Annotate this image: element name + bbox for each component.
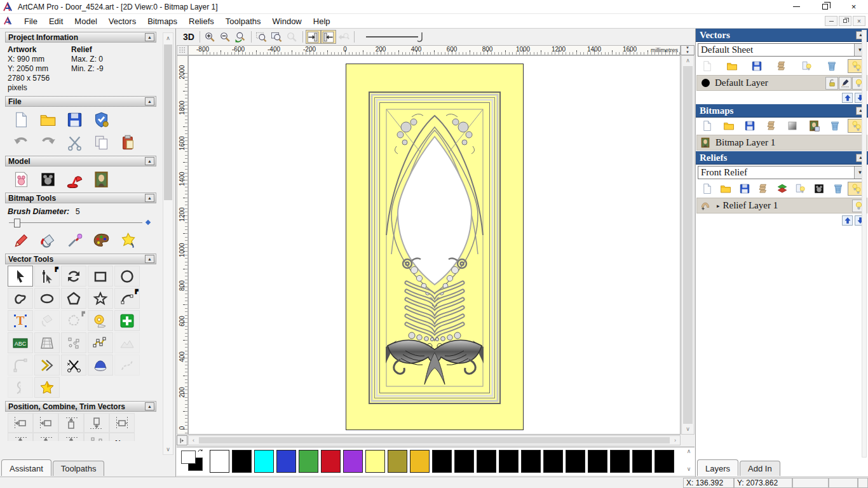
- magg-icon[interactable]: [285, 30, 300, 44]
- color-swatch[interactable]: [210, 450, 229, 473]
- bound-tool[interactable]: ▛: [61, 310, 86, 331]
- teddyneg-icon[interactable]: [810, 182, 828, 196]
- color-swatch[interactable]: [543, 450, 563, 473]
- menu-reliefs[interactable]: Reliefs: [183, 15, 220, 28]
- magr-icon[interactable]: [254, 30, 269, 44]
- shield-icon[interactable]: [88, 109, 114, 130]
- trash-icon[interactable]: [823, 59, 841, 73]
- assistant-scrollbar[interactable]: ∧ ∨: [163, 32, 173, 455]
- color-swatch[interactable]: [499, 450, 519, 473]
- color-swatch[interactable]: [610, 450, 630, 473]
- star-tool[interactable]: [88, 288, 113, 309]
- scroll-right-icon[interactable]: ›: [670, 436, 680, 445]
- trash-icon[interactable]: [826, 119, 844, 133]
- reliefs-header[interactable]: Reliefs ▲: [696, 151, 868, 165]
- lamp-icon[interactable]: [61, 169, 88, 189]
- layer-color-swatch[interactable]: [702, 79, 710, 87]
- color-swatch[interactable]: [521, 450, 541, 473]
- bulbsheet-icon[interactable]: [798, 59, 816, 73]
- palette-icon[interactable]: [88, 230, 114, 250]
- snapb-icon[interactable]: [321, 30, 336, 44]
- swap-colors-icon[interactable]: [197, 449, 205, 456]
- magb-icon[interactable]: [233, 30, 248, 44]
- altop-icon[interactable]: [58, 433, 84, 441]
- section-header-project-info[interactable]: Project Information ▲: [5, 32, 156, 43]
- offset-tool[interactable]: [34, 355, 60, 376]
- vectors-header[interactable]: Vectors ▲: [696, 29, 868, 42]
- arc-tool[interactable]: ▛: [114, 288, 140, 309]
- scroll-left-icon[interactable]: ‹: [189, 436, 198, 445]
- tab-layers[interactable]: Layers: [697, 459, 738, 476]
- menu-bitmaps[interactable]: Bitmaps: [142, 15, 183, 28]
- paste-icon[interactable]: [114, 132, 141, 152]
- restore-button[interactable]: [811, 0, 839, 13]
- gradient-icon[interactable]: [783, 119, 801, 133]
- move-layer-up-icon[interactable]: [842, 215, 853, 226]
- copy-icon[interactable]: [88, 132, 114, 152]
- color-swatch[interactable]: [321, 450, 341, 473]
- collapse-icon[interactable]: ▲: [145, 402, 154, 410]
- palette-scrollbar[interactable]: ∧ ∨: [683, 448, 695, 475]
- collapse-icon[interactable]: ▲: [145, 33, 154, 41]
- color-swatch[interactable]: [566, 450, 585, 473]
- stack-icon[interactable]: [763, 119, 780, 133]
- magf-icon[interactable]: [269, 30, 285, 44]
- fillet-tool[interactable]: [8, 355, 33, 376]
- pane-splitter-button[interactable]: [177, 435, 187, 445]
- canvas-vertical-scrollbar[interactable]: ∧ ∨: [681, 55, 695, 435]
- maga-icon[interactable]: [336, 30, 351, 44]
- view-3d-button[interactable]: 3D: [180, 31, 197, 43]
- scroll-up-icon[interactable]: ∧: [682, 56, 694, 65]
- albottom-icon[interactable]: [84, 413, 109, 433]
- menu-help[interactable]: Help: [308, 15, 336, 28]
- undo-icon[interactable]: [8, 132, 34, 152]
- floppy-icon[interactable]: [748, 59, 766, 73]
- bulbsheet-icon[interactable]: [792, 182, 810, 196]
- folder-icon[interactable]: [723, 59, 741, 73]
- menu-window[interactable]: Window: [267, 15, 308, 28]
- section-header-vector-tools[interactable]: Vector Tools ▲: [5, 254, 156, 264]
- snapa-icon[interactable]: [306, 30, 321, 44]
- relief-select[interactable]: Front Relief ▼: [698, 166, 866, 179]
- color-swatch[interactable]: [588, 450, 607, 473]
- collapse-icon[interactable]: ▲: [145, 97, 154, 105]
- free-tool[interactable]: [8, 288, 33, 309]
- scroll-down-icon[interactable]: ∨: [163, 444, 173, 454]
- polygon-tool[interactable]: [61, 288, 86, 309]
- canvas-horizontal-scrollbar[interactable]: ‹ ›: [188, 435, 681, 445]
- tab-assistant[interactable]: Assistant: [1, 459, 51, 476]
- altop-icon[interactable]: [58, 413, 84, 433]
- redo-icon[interactable]: [34, 132, 61, 152]
- altop-icon[interactable]: [8, 433, 33, 441]
- dome-tool[interactable]: [88, 355, 113, 376]
- nodesel-tool[interactable]: ▛: [34, 266, 60, 287]
- 2d-view-canvas[interactable]: [188, 55, 681, 435]
- scroll-up-icon[interactable]: ∧: [163, 33, 173, 43]
- scroll-down-icon[interactable]: ∨: [682, 424, 694, 434]
- teddyneg-icon[interactable]: [34, 169, 61, 189]
- color-swatch[interactable]: [254, 450, 274, 473]
- scissors-icon[interactable]: [61, 132, 88, 152]
- ruler-units-dropdown[interactable]: ▼▼: [681, 45, 695, 55]
- menu-file[interactable]: File: [18, 15, 43, 28]
- mdi-close-button[interactable]: ×: [853, 16, 865, 26]
- minimize-button[interactable]: [782, 0, 811, 13]
- dots-icon[interactable]: [84, 433, 109, 441]
- scroll-up-icon[interactable]: ∧: [683, 448, 695, 457]
- color-swatch[interactable]: [276, 450, 296, 473]
- nes-icon[interactable]: [109, 433, 135, 441]
- color-swatch[interactable]: [654, 450, 674, 473]
- page-icon[interactable]: [698, 182, 716, 196]
- mdi-restore-button[interactable]: [839, 16, 851, 26]
- scroll-thumb[interactable]: [164, 44, 172, 200]
- expand-icon[interactable]: ▸: [717, 203, 720, 209]
- magp-icon[interactable]: [203, 30, 218, 44]
- lock-icon[interactable]: [825, 77, 838, 90]
- folder-icon[interactable]: [34, 109, 61, 130]
- bitmaps-header[interactable]: Bitmaps ▲: [696, 104, 868, 118]
- ruler-origin-button[interactable]: [177, 45, 188, 55]
- page-icon[interactable]: [8, 109, 34, 130]
- rect-tool[interactable]: [88, 266, 113, 287]
- pencil-icon[interactable]: [8, 230, 34, 250]
- collapse-icon[interactable]: ▲: [145, 194, 154, 202]
